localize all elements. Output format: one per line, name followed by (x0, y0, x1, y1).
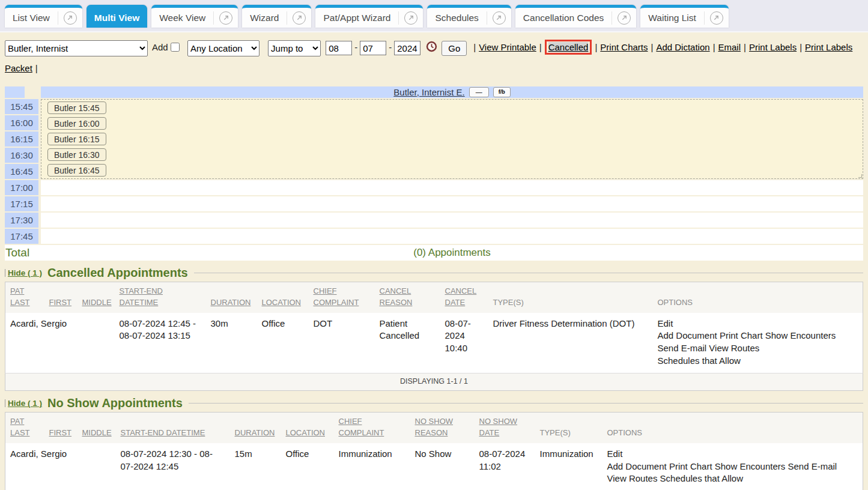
date-separator: - (389, 42, 392, 52)
tab-list-view[interactable]: List View (5, 5, 82, 28)
option-view-routes-schedules-that-allow[interactable]: View Routes Schedules that Allow (607, 473, 858, 485)
go-button[interactable]: Go (442, 41, 467, 56)
link-separator: | (35, 63, 38, 73)
tab-schedules[interactable]: Schedules (427, 5, 511, 28)
tab-pat-appt-wizard[interactable]: Pat/Appt Wizard (315, 5, 423, 28)
time-cell: 16:45 (5, 164, 38, 179)
sort-first[interactable]: FIRST (49, 428, 72, 437)
time-cell: 17:15 (5, 196, 38, 211)
sort-chief-complaint[interactable]: CHIEF COMPLAINT (339, 417, 384, 437)
sort-pat-last[interactable]: PAT LAST (10, 286, 30, 307)
date-year-input[interactable] (394, 41, 420, 55)
option-edit[interactable]: Edit (607, 448, 858, 461)
cell-middle (77, 313, 115, 374)
column-options: OPTIONS (607, 428, 643, 437)
option-edit[interactable]: Edit (658, 318, 858, 330)
hide-cancelled-link[interactable]: Hide ( 1 ) (8, 268, 42, 277)
time-cell: 16:00 (5, 115, 38, 130)
option-add-document-print-chart-show-encounters[interactable]: Add Document Print Chart Show Encounters (658, 330, 858, 342)
tab-multi-view[interactable]: Multi View (86, 5, 148, 28)
open-new-window-icon[interactable] (399, 11, 423, 25)
print-labels-link[interactable]: Print Labels (749, 42, 797, 52)
cell-no-show-date: 08-07-2024 11:02 (475, 443, 535, 490)
sort-chief-complaint[interactable]: CHIEF COMPLAINT (314, 286, 359, 307)
off-hours-row (41, 213, 863, 228)
working-hours-area[interactable]: Butler 15:45 Butler 16:00 Butler 16:15 B… (41, 99, 863, 179)
open-new-window-icon[interactable] (705, 11, 729, 25)
sort-location[interactable]: LOCATION (262, 298, 302, 307)
time-cell: 17:45 (5, 229, 38, 244)
tab-label: Week View (151, 13, 213, 23)
cell-options: Edit Add Document Print Chart Show Encou… (653, 313, 863, 374)
tab-label: List View (5, 13, 58, 23)
sort-cancel-reason[interactable]: CANCEL REASON (380, 286, 413, 307)
table-row: Acardi, Sergio 08-07-2024 12:45 - 08-07-… (5, 313, 863, 374)
sort-duration[interactable]: DURATION (235, 428, 275, 437)
open-new-window-icon[interactable] (487, 11, 511, 25)
clock-icon[interactable] (426, 40, 437, 59)
cell-duration: 15m (230, 443, 281, 490)
open-new-window-icon[interactable] (287, 11, 311, 25)
multi-view-schedule: Butler, Internist E. — f/b 15:45 16:00 1… (5, 86, 863, 261)
collapse-column-button[interactable]: — (469, 87, 489, 97)
cell-location: Office (281, 443, 334, 490)
fb-button[interactable]: f/b (493, 87, 511, 97)
tab-label: Cancellation Codes (515, 13, 612, 23)
appointment-slot-button[interactable]: Butler 16:30 (47, 148, 106, 161)
sort-duration[interactable]: DURATION (211, 298, 251, 307)
jump-to-select[interactable]: Jump to (268, 40, 321, 56)
sort-middle[interactable]: MIDDLE (82, 298, 112, 307)
sort-no-show-reason[interactable]: NO SHOW REASON (415, 417, 454, 437)
tab-wizard[interactable]: Wizard (242, 5, 311, 28)
sort-pat-last[interactable]: PAT LAST (10, 417, 30, 437)
appointment-slot-button[interactable]: Butler 16:00 (47, 117, 106, 130)
tab-cancellation-codes[interactable]: Cancellation Codes (515, 5, 636, 28)
tab-week-view[interactable]: Week View (151, 5, 238, 28)
appointment-slot-button[interactable]: Butler 16:15 (47, 133, 106, 145)
grid-corner-cell (5, 86, 25, 98)
sort-location[interactable]: LOCATION (286, 428, 326, 437)
tab-waiting-list[interactable]: Waiting List (640, 5, 729, 28)
cancelled-link[interactable]: Cancelled (548, 42, 589, 52)
column-types: TYPE(S) (493, 298, 524, 307)
table-header-row: PAT LAST FIRST MIDDLE START-END DATETIME… (5, 413, 863, 443)
option-send-email-view-routes[interactable]: Send E-mail View Routes (658, 342, 858, 355)
cell-middle (77, 443, 116, 490)
section-title: Cancelled Appointments (47, 266, 188, 280)
print-charts-link[interactable]: Print Charts (600, 42, 648, 52)
date-day-input[interactable] (360, 41, 386, 55)
add-checkbox[interactable] (171, 43, 180, 52)
hide-no-show-link[interactable]: Hide ( 1 ) (8, 399, 42, 408)
view-printable-link[interactable]: View Printable (479, 42, 536, 52)
schedule-main-column: Butler 15:45 Butler 16:00 Butler 16:15 B… (41, 99, 863, 245)
date-month-input[interactable] (326, 41, 352, 55)
open-new-window-icon[interactable] (58, 11, 82, 25)
link-separator: | (473, 42, 476, 52)
option-schedules-that-allow[interactable]: Schedules that Allow (658, 355, 858, 368)
add-label: Add (152, 42, 168, 52)
option-add-document-print-chart-show-encounters-send-email[interactable]: Add Document Print Chart Show Encounters… (607, 461, 858, 473)
link-separator: | (744, 42, 746, 52)
appointment-slot-button[interactable]: Butler 16:45 (47, 164, 106, 177)
email-link[interactable]: Email (718, 42, 741, 52)
sort-start-end-datetime[interactable]: START-END DATETIME (120, 286, 163, 307)
cell-no-show-reason: No Show (410, 443, 475, 490)
cancelled-appointments-section: Hide ( 1 ) Cancelled Appointments PAT LA… (5, 266, 863, 391)
sort-middle[interactable]: MIDDLE (82, 428, 112, 437)
open-new-window-icon[interactable] (214, 11, 238, 25)
open-new-window-icon[interactable] (612, 11, 636, 25)
cell-cancel-reason: Patient Cancelled (375, 313, 440, 374)
cell-pat-last: Acardi, Sergio (5, 313, 44, 374)
tab-label: Waiting List (640, 13, 704, 23)
provider-header-link[interactable]: Butler, Internist E. (393, 87, 464, 97)
appointment-slot-button[interactable]: Butler 15:45 (47, 101, 106, 114)
sort-no-show-date[interactable]: NO SHOW DATE (479, 417, 518, 437)
sort-cancel-date[interactable]: CANCEL DATE (445, 286, 477, 307)
date-separator: - (354, 42, 357, 52)
provider-select[interactable]: Butler, Internist (5, 40, 148, 56)
resize-handle[interactable] (858, 174, 862, 178)
add-dictation-link[interactable]: Add Dictation (656, 42, 709, 52)
location-select[interactable]: Any Location (187, 40, 259, 56)
sort-first[interactable]: FIRST (49, 298, 72, 307)
sort-start-end-datetime[interactable]: START-END DATETIME (121, 428, 205, 437)
